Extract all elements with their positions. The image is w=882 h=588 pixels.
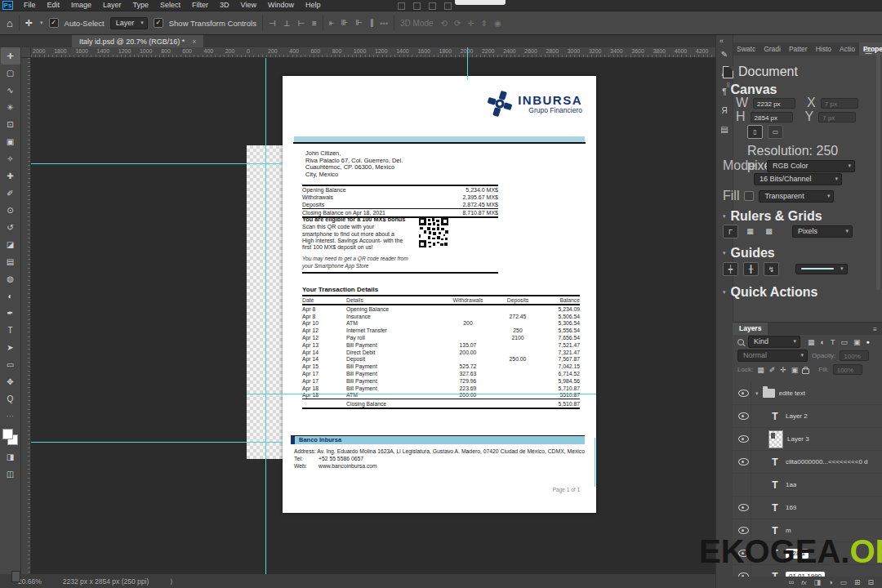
menu-item[interactable]: Help bbox=[300, 0, 327, 11]
auto-select-target-dropdown[interactable]: Layer▾ bbox=[110, 17, 148, 29]
guides-toggle-icon[interactable]: ┿ bbox=[723, 262, 738, 276]
edit-toolbar-button[interactable]: ⋯ bbox=[1, 408, 20, 425]
statement-page[interactable]: INBURSA Grupo Financiero John Citizen,Ri… bbox=[283, 76, 596, 513]
orbit-3d-icon[interactable]: ⟲ bbox=[441, 19, 448, 28]
filter-pixel-icon[interactable]: ▦ bbox=[808, 338, 815, 346]
guides-header[interactable]: ▾Guides bbox=[723, 246, 875, 261]
panel-tab[interactable]: Actio bbox=[835, 42, 859, 56]
panel-tab[interactable]: Patter bbox=[785, 42, 812, 56]
layers-menu-icon[interactable]: ≡ bbox=[873, 325, 877, 333]
visibility-toggle[interactable] bbox=[736, 382, 751, 404]
filter-shape-icon[interactable]: ▭ bbox=[840, 338, 848, 346]
horizontal-ruler[interactable]: 2000180016001400120010008006004002000200… bbox=[31, 47, 715, 58]
zoom-level[interactable]: 20.66% bbox=[18, 577, 42, 586]
visibility-toggle[interactable] bbox=[736, 497, 751, 519]
menu-item[interactable]: 3D bbox=[214, 0, 235, 11]
opacity-field[interactable]: 100% bbox=[840, 350, 869, 361]
more-options-icon[interactable]: ••• bbox=[380, 19, 388, 28]
ruler-units-dropdown[interactable]: Pixels▾ bbox=[792, 225, 853, 238]
layer-name[interactable]: cilta0000000...<<<<<<<<0 d bbox=[786, 458, 868, 466]
new-layer-icon[interactable]: ⊞ bbox=[854, 578, 861, 586]
distribute-right-icon[interactable]: ⊩ bbox=[355, 18, 363, 28]
rectangle-tool[interactable]: ▭ bbox=[1, 356, 20, 373]
link-dimensions-icon[interactable]: ∞ bbox=[724, 82, 733, 87]
layer-row[interactable]: ▾ T 1aa bbox=[733, 474, 882, 497]
libraries-panel-icon[interactable]: ▤ bbox=[720, 125, 728, 134]
menu-item[interactable]: View bbox=[235, 0, 262, 11]
distribute-vertical-icon[interactable]: ∥ bbox=[370, 18, 374, 28]
link-layers-icon[interactable]: ∞ bbox=[789, 578, 794, 586]
glyphs-panel-icon[interactable]: Я bbox=[721, 106, 727, 115]
fill-color-chip[interactable] bbox=[744, 191, 754, 201]
quick-selection-tool[interactable]: ✳ bbox=[1, 99, 20, 116]
menu-item[interactable]: Window bbox=[262, 0, 300, 11]
layer-name[interactable]: 169 bbox=[786, 504, 796, 511]
visibility-toggle[interactable] bbox=[736, 451, 751, 473]
layer-style-icon[interactable]: fx bbox=[801, 579, 806, 586]
show-transform-checkbox[interactable]: ✓ bbox=[154, 18, 163, 28]
expand-panels-icon[interactable]: « bbox=[719, 37, 724, 45]
layout-icon[interactable] bbox=[413, 2, 421, 10]
marquee-tool[interactable]: ▢ bbox=[1, 65, 20, 82]
align-right-icon[interactable]: ⊢ bbox=[297, 19, 305, 28]
quick-actions-header[interactable]: ▾Quick Actions bbox=[723, 285, 875, 300]
filter-adjustment-icon[interactable]: ◐ bbox=[821, 338, 825, 346]
healing-brush-tool[interactable]: ✚ bbox=[1, 167, 20, 185]
panel-tab[interactable]: Swatc bbox=[733, 42, 760, 56]
layer-mask-icon[interactable]: ◨ bbox=[813, 578, 821, 586]
align-center-icon[interactable]: ⊥ bbox=[283, 19, 291, 28]
layer-row[interactable]: ▾ T edite text bbox=[733, 382, 882, 405]
visibility-toggle[interactable] bbox=[736, 474, 751, 496]
lasso-tool[interactable]: ∿ bbox=[1, 82, 20, 99]
history-brush-tool[interactable]: ↺ bbox=[1, 219, 20, 236]
layers-panel-tab[interactable]: Layers bbox=[733, 323, 768, 335]
filter-smart-object-icon[interactable]: ▣ bbox=[853, 338, 861, 346]
tool-preset-caret-icon[interactable]: ▾ bbox=[40, 20, 43, 26]
bit-depth-dropdown[interactable]: 16 Bits/Channel▾ bbox=[754, 173, 842, 185]
canvas-area[interactable]: INBURSA Grupo Financiero John Citizen,Ri… bbox=[31, 58, 715, 574]
blend-mode-dropdown[interactable]: Normal▾ bbox=[737, 350, 808, 362]
align-top-icon[interactable]: ≡ bbox=[312, 19, 317, 28]
layer-row[interactable]: ▾ T 169 bbox=[733, 497, 882, 519]
canvas-x-field[interactable]: 7 px bbox=[821, 98, 858, 109]
path-selection-tool[interactable]: ➤ bbox=[1, 339, 20, 356]
group-caret-icon[interactable]: ▾ bbox=[755, 390, 759, 397]
grid-toggle-icon[interactable]: ▦ bbox=[743, 225, 757, 237]
rulers-grids-header[interactable]: ▾Rulers & Grids bbox=[723, 209, 875, 224]
brushes-panel-icon[interactable]: ✎ bbox=[721, 50, 728, 59]
panel-tab[interactable]: Gradi bbox=[760, 42, 785, 56]
home-icon[interactable]: ⌂ bbox=[7, 17, 13, 29]
photoshop-logo-icon[interactable]: Ps bbox=[2, 1, 13, 10]
vertical-ruler[interactable] bbox=[21, 58, 31, 574]
menu-item[interactable]: Select bbox=[154, 0, 186, 11]
brush-tool[interactable]: ✐ bbox=[1, 185, 20, 202]
canvas-width-field[interactable]: 2232 px bbox=[753, 98, 795, 109]
filter-type-icon[interactable]: T bbox=[831, 338, 835, 346]
distribute-center-icon[interactable]: ⊪ bbox=[341, 18, 349, 28]
panel-tab[interactable]: Histo bbox=[812, 42, 835, 56]
panel-menu-icon[interactable]: ≡ bbox=[865, 44, 872, 59]
layer-name[interactable]: Layer 3 bbox=[787, 435, 809, 443]
layer-name[interactable]: Layer 2 bbox=[786, 412, 808, 420]
menu-item[interactable]: Edit bbox=[42, 0, 66, 11]
move-tool[interactable]: ✛ bbox=[1, 47, 20, 65]
blur-tool[interactable]: ◍ bbox=[1, 270, 20, 287]
screen-mode-button[interactable]: ◫ bbox=[1, 466, 20, 483]
slide-3d-icon[interactable]: ⇕ bbox=[481, 19, 488, 28]
close-tab-icon[interactable]: × bbox=[192, 38, 196, 46]
layer-name[interactable]: edite text bbox=[779, 390, 805, 397]
color-swatches[interactable] bbox=[0, 427, 21, 448]
roll-3d-icon[interactable]: ⟳ bbox=[454, 19, 461, 28]
visibility-toggle[interactable] bbox=[736, 428, 751, 450]
dodge-tool[interactable]: ◐ bbox=[1, 287, 20, 305]
auto-select-checkbox[interactable]: ✓ bbox=[49, 18, 59, 28]
menu-item[interactable]: Filter bbox=[186, 0, 214, 11]
new-group-icon[interactable]: ▭ bbox=[840, 578, 847, 586]
zoom-tool[interactable]: Q bbox=[1, 390, 20, 408]
eyedropper-tool[interactable]: ✧ bbox=[1, 150, 20, 167]
share-icon[interactable] bbox=[429, 2, 436, 10]
workspace-icon[interactable] bbox=[398, 2, 405, 10]
menu-item[interactable]: Image bbox=[65, 0, 97, 11]
guides-lock-icon[interactable]: ╂ bbox=[743, 262, 759, 276]
ruler-toggle-icon[interactable]: Γ bbox=[723, 225, 738, 238]
